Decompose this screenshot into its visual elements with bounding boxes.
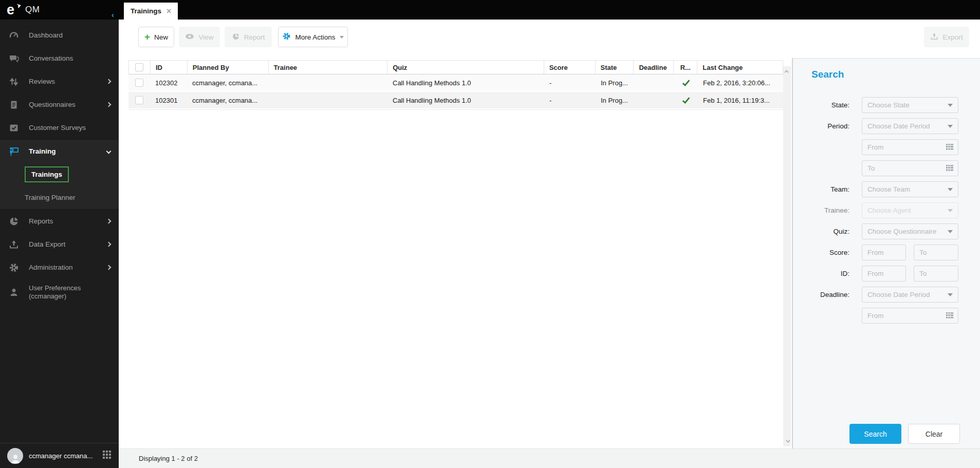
table-row[interactable]: 102301 ccmanager, ccmana... Call Handlin…: [128, 92, 783, 109]
chevron-down-icon: [948, 104, 953, 107]
sidebar-item-label: User Preferences (ccmanager): [29, 284, 110, 301]
select-all-checkbox[interactable]: [135, 63, 143, 71]
avatar: [7, 448, 23, 464]
search-row-deadline-from: [793, 308, 980, 324]
calendar-icon[interactable]: [946, 312, 954, 320]
sidebar-item-conversations[interactable]: Conversations: [0, 47, 119, 70]
sidebar-item-label-selected: Trainings: [25, 166, 69, 182]
table-vertical-scrollbar[interactable]: [783, 66, 791, 446]
column-header-state[interactable]: State: [596, 61, 634, 74]
column-header-quiz[interactable]: Quiz: [387, 61, 544, 74]
field-label: Trainee:: [793, 202, 849, 218]
row-checkbox[interactable]: [135, 79, 143, 87]
plus-icon: +: [144, 32, 150, 42]
sidebar-item-reviews[interactable]: Reviews: [0, 70, 119, 93]
column-header-last-change[interactable]: Last Change: [697, 61, 783, 74]
toolbar: + New View Report More Actions Export: [119, 20, 980, 58]
deadline-period-select[interactable]: Choose Date Period: [862, 287, 958, 303]
deadline-from-input[interactable]: [867, 312, 946, 320]
sidebar-item-training[interactable]: Training: [0, 140, 119, 163]
search-panel: Search State: Choose State Period: Choos…: [793, 58, 980, 448]
search-row-score: Score:: [793, 245, 980, 260]
quiz-select[interactable]: Choose Questionnaire: [862, 223, 958, 239]
sidebar-item-training-planner[interactable]: Training Planner: [0, 186, 119, 209]
eye-icon: [185, 33, 194, 42]
column-header-id[interactable]: ID: [151, 61, 188, 74]
calendar-icon[interactable]: [946, 143, 954, 151]
trainee-select[interactable]: Choose Agent: [862, 202, 958, 218]
id-from-input[interactable]: [862, 266, 906, 282]
tab-trainings[interactable]: Trainings ×: [124, 3, 178, 20]
sidebar-item-administration[interactable]: Administration: [0, 256, 119, 279]
sidebar-item-dashboard[interactable]: Dashboard: [0, 24, 119, 47]
questionnaires-document-icon: [8, 100, 20, 110]
period-select[interactable]: Choose Date Period: [862, 118, 958, 134]
column-header-score[interactable]: Score: [544, 61, 596, 74]
sidebar-item-reports[interactable]: Reports: [0, 210, 119, 233]
chevron-right-icon: [106, 242, 112, 247]
sidebar-item-questionnaires[interactable]: Questionnaires: [0, 93, 119, 116]
field-label: Period:: [793, 118, 849, 134]
sidebar-group-training: Training Trainings Training Planner: [0, 139, 119, 210]
new-button[interactable]: + New: [138, 27, 174, 47]
sidebar-item-data-export[interactable]: Data Export: [0, 233, 119, 256]
export-button-label: Export: [942, 33, 963, 41]
sidebar-item-label: Customer Surveys: [29, 124, 110, 132]
cell-quiz: Call Handling Methods 1.0: [387, 79, 544, 87]
column-header-trainee[interactable]: Trainee: [269, 61, 388, 74]
app-logo[interactable]: e: [7, 2, 24, 17]
row-checkbox[interactable]: [135, 96, 143, 104]
cell-score: -: [544, 79, 596, 87]
deadline-from-field[interactable]: [862, 308, 958, 324]
apps-grid-icon[interactable]: [102, 450, 112, 461]
period-to-field[interactable]: [862, 160, 958, 176]
cell-score: -: [544, 97, 596, 104]
more-actions-button[interactable]: More Actions: [278, 27, 348, 47]
search-row-period-from: [793, 139, 980, 155]
cell-planned-by: ccmanager, ccmana...: [187, 97, 268, 104]
report-button[interactable]: Report: [225, 27, 272, 47]
field-label: Quiz:: [793, 223, 849, 239]
column-header-remote[interactable]: R...: [674, 61, 697, 74]
close-icon[interactable]: ×: [167, 8, 171, 15]
table-row[interactable]: 102302 ccmanager, ccmana... Call Handlin…: [128, 74, 783, 92]
top-bar: e QM ‹ Trainings ×: [0, 0, 980, 20]
scroll-down-icon[interactable]: [783, 437, 791, 445]
search-row-team: Team: Choose Team: [793, 181, 980, 197]
score-to-input[interactable]: [914, 245, 958, 260]
sidebar-item-label: Data Export: [29, 240, 107, 249]
sidebar-item-user-preferences[interactable]: User Preferences (ccmanager): [0, 279, 119, 306]
green-checkmark-icon: [681, 78, 691, 87]
period-to-input[interactable]: [867, 164, 946, 172]
sidebar-item-customer-surveys[interactable]: Customer Surveys: [0, 116, 119, 139]
chevron-down-icon: [948, 188, 953, 191]
calendar-icon[interactable]: [946, 164, 954, 172]
select-all-checkbox-cell: [129, 61, 151, 74]
chevron-down-icon: [948, 209, 953, 212]
period-from-field[interactable]: [862, 139, 958, 155]
data-export-upload-icon: [8, 239, 20, 250]
export-button[interactable]: Export: [924, 27, 969, 47]
report-button-label: Report: [244, 33, 265, 41]
search-button[interactable]: Search: [849, 424, 901, 444]
scroll-up-icon[interactable]: [783, 67, 791, 76]
id-to-input[interactable]: [914, 266, 958, 282]
search-panel-title: Search: [811, 69, 844, 80]
column-header-deadline[interactable]: Deadline: [634, 61, 674, 74]
cell-state: In Prog...: [596, 97, 634, 104]
sidebar-item-trainings[interactable]: Trainings: [0, 163, 119, 186]
state-select[interactable]: Choose State: [862, 97, 958, 113]
current-user-bar[interactable]: ccmanager ccmana...: [0, 443, 119, 468]
view-button[interactable]: View: [179, 27, 220, 47]
score-from-input[interactable]: [862, 245, 906, 260]
team-select[interactable]: Choose Team: [862, 181, 958, 197]
training-presenter-icon: [8, 146, 20, 157]
clear-button[interactable]: Clear: [908, 424, 960, 444]
gear-icon: [282, 32, 291, 42]
period-from-input[interactable]: [867, 143, 946, 151]
sidebar-item-label: Dashboard: [29, 31, 110, 40]
column-header-planned-by[interactable]: Planned By: [188, 61, 269, 74]
cell-last-change: Feb 1, 2016, 11:19:3...: [698, 97, 783, 104]
green-checkmark-icon: [681, 96, 691, 105]
sidebar-collapse-icon[interactable]: ‹: [112, 11, 114, 18]
